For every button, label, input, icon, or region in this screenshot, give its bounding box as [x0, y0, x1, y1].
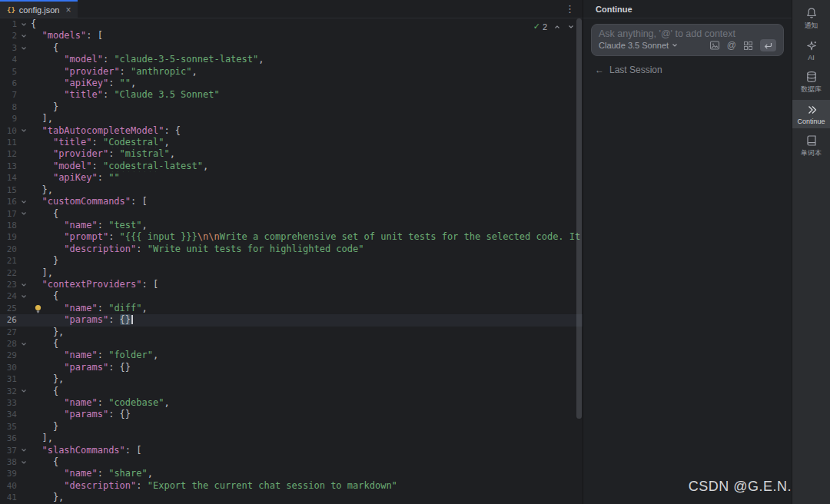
fold-spacer — [17, 492, 31, 503]
line-number: 25 — [0, 303, 17, 314]
code-line[interactable]: 26 "params": {} — [0, 314, 583, 326]
line-number: 9 — [0, 113, 17, 124]
code-editor[interactable]: 1{2 "models": [3 {4 "model": "claude-3-5… — [0, 18, 583, 504]
fold-chevron-icon[interactable] — [17, 30, 31, 41]
code-text: { — [31, 456, 583, 468]
code-line[interactable]: 25 "name": "diff", — [0, 303, 583, 314]
code-line[interactable]: 20 "description": "Write unit tests for … — [0, 244, 583, 255]
code-line[interactable]: 22 ], — [0, 267, 583, 279]
code-line[interactable]: 36 ], — [0, 433, 583, 444]
fold-chevron-icon[interactable] — [17, 208, 31, 220]
next-problem-icon[interactable] — [567, 23, 575, 31]
code-text: { — [31, 290, 583, 302]
tool-window-button-book[interactable]: 单词本 — [792, 131, 830, 161]
fold-chevron-icon[interactable] — [17, 338, 31, 350]
code-line[interactable]: 27 }, — [0, 327, 583, 338]
code-line[interactable]: 32 { — [0, 386, 583, 397]
model-selector[interactable]: Claude 3.5 Sonnet — [599, 41, 678, 50]
code-line[interactable]: 9 ], — [0, 113, 583, 124]
code-line[interactable]: 6 "apiKey": "", — [0, 78, 583, 89]
editor-scrollbar[interactable] — [576, 18, 582, 419]
code-line[interactable]: 11 "title": "Codestral", — [0, 137, 583, 148]
code-line[interactable]: 5 "provider": "anthropic", — [0, 66, 583, 78]
fold-chevron-icon[interactable] — [17, 279, 31, 290]
code-line[interactable]: 39 "name": "share", — [0, 468, 583, 479]
code-line[interactable]: 1{ — [0, 18, 583, 30]
code-line[interactable]: 8 } — [0, 101, 583, 113]
prev-problem-icon[interactable] — [553, 23, 561, 31]
line-number: 12 — [0, 148, 17, 160]
mention-icon[interactable]: @ — [727, 41, 736, 50]
fold-spacer — [17, 421, 31, 433]
code-line[interactable]: 4 "model": "claude-3-5-sonnet-latest", — [0, 54, 583, 65]
code-line[interactable]: 31 }, — [0, 373, 583, 385]
tool-window-button-ai-sparkle[interactable]: AI — [792, 36, 830, 65]
line-number: 36 — [0, 433, 17, 444]
enter-icon — [764, 42, 772, 49]
code-text: { — [31, 386, 583, 397]
code-line[interactable]: 10 "tabAutocompleteModel": { — [0, 125, 583, 137]
code-line[interactable]: 28 { — [0, 338, 583, 350]
image-icon[interactable] — [709, 40, 720, 51]
intention-bulb-icon[interactable] — [34, 304, 42, 313]
code-line[interactable]: 33 "name": "codebase", — [0, 397, 583, 409]
code-line[interactable]: 21 } — [0, 255, 583, 267]
code-text: "description": "Write unit tests for hig… — [31, 244, 583, 255]
code-line[interactable]: 41 }, — [0, 492, 583, 503]
code-line[interactable]: 16 "customCommands": [ — [0, 196, 583, 207]
chat-input[interactable]: Ask anything, '@' to add context Claude … — [591, 24, 784, 56]
code-line[interactable]: 18 "name": "test", — [0, 220, 583, 231]
code-line[interactable]: 38 { — [0, 456, 583, 468]
code-line[interactable]: 14 "apiKey": "" — [0, 172, 583, 184]
chat-input-toolbar: Claude 3.5 Sonnet @ — [599, 39, 776, 51]
code-line[interactable]: 29 "name": "folder", — [0, 350, 583, 361]
tool-window-button-continue-logo[interactable]: Continue — [792, 100, 830, 128]
fold-chevron-icon[interactable] — [17, 386, 31, 397]
code-line[interactable]: 35 } — [0, 421, 583, 433]
code-text: "name": "diff", — [31, 303, 583, 314]
fold-spacer — [17, 78, 31, 89]
tool-window-button-database[interactable]: 数据库 — [792, 67, 830, 98]
fold-chevron-icon[interactable] — [17, 18, 31, 30]
watermark: CSDN @G.E.N. — [689, 479, 792, 495]
code-line[interactable]: 34 "params": {} — [0, 409, 583, 420]
code-line[interactable]: 37 "slashCommands": [ — [0, 445, 583, 456]
code-line[interactable]: 3 { — [0, 42, 583, 54]
blocks-icon[interactable] — [743, 41, 753, 51]
code-line[interactable]: 2 "models": [ — [0, 30, 583, 41]
line-number: 2 — [0, 30, 17, 41]
code-text: { — [31, 18, 583, 30]
fold-spacer — [17, 433, 31, 444]
code-line[interactable]: 30 "params": {} — [0, 362, 583, 373]
code-line[interactable]: 40 "description": "Export the current ch… — [0, 480, 583, 492]
code-text: { — [31, 338, 583, 350]
code-line[interactable]: 12 "provider": "mistral", — [0, 148, 583, 160]
fold-spacer — [17, 362, 31, 373]
code-text: "name": "codebase", — [31, 397, 583, 409]
fold-chevron-icon[interactable] — [17, 445, 31, 456]
code-line[interactable]: 24 { — [0, 290, 583, 302]
tool-window-button-bell[interactable]: 通知 — [792, 3, 830, 34]
fold-chevron-icon[interactable] — [17, 42, 31, 54]
code-line[interactable]: 19 "prompt": "{{{ input }}}\n\nWrite a c… — [0, 231, 583, 243]
code-line[interactable]: 13 "model": "codestral-latest", — [0, 161, 583, 172]
text-caret — [131, 315, 133, 324]
close-icon[interactable]: × — [65, 5, 71, 15]
send-button[interactable] — [760, 39, 776, 51]
fold-spacer — [17, 184, 31, 196]
tool-window-label: AI — [808, 54, 815, 61]
fold-chevron-icon[interactable] — [17, 196, 31, 207]
inspections-widget[interactable]: ✓ 2 — [533, 22, 575, 32]
tab-options-icon[interactable]: ⋮ — [557, 0, 583, 18]
code-line[interactable]: 17 { — [0, 208, 583, 220]
code-line[interactable]: 7 "title": "Claude 3.5 Sonnet" — [0, 89, 583, 101]
fold-chevron-icon[interactable] — [17, 290, 31, 302]
fold-chevron-icon[interactable] — [17, 456, 31, 468]
last-session-link[interactable]: ← Last Session — [595, 65, 780, 75]
line-number: 30 — [0, 362, 17, 373]
tab-config-json[interactable]: {} config.json × — [0, 0, 78, 18]
code-line[interactable]: 23 "contextProviders": [ — [0, 279, 583, 290]
fold-chevron-icon[interactable] — [17, 125, 31, 137]
line-number: 20 — [0, 244, 17, 255]
code-line[interactable]: 15 }, — [0, 184, 583, 196]
